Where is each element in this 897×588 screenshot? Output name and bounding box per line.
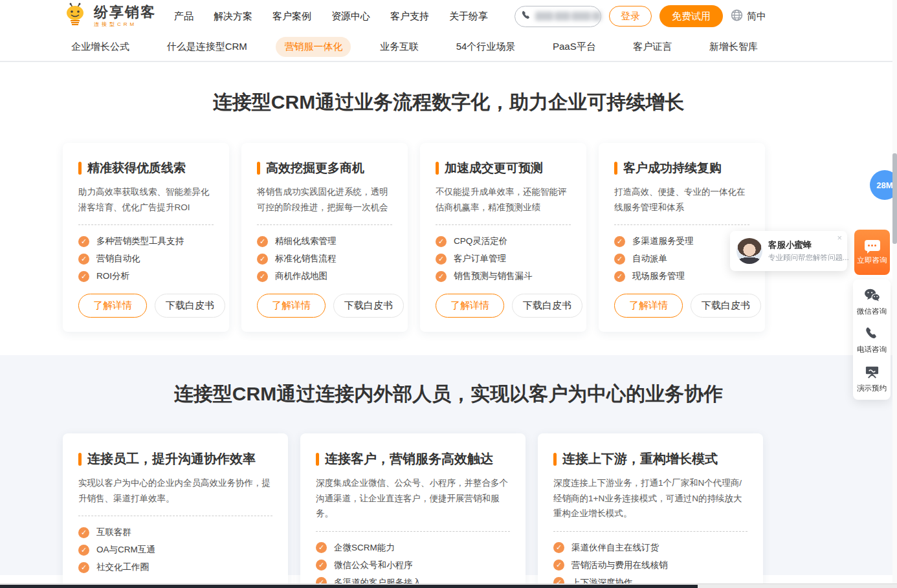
list-item: ✓自动派单: [614, 253, 749, 265]
check-icon: ✓: [78, 562, 89, 573]
consult-label: 立即咨询: [858, 256, 887, 265]
dashed-divider: [78, 224, 214, 225]
download-whitepaper-button[interactable]: 下载白皮书: [333, 294, 404, 318]
check-icon: ✓: [78, 545, 89, 556]
contact-side-panel: 微信咨询 电话咨询 演示预约: [853, 279, 891, 400]
list-item: ✓企微SCRM能力: [316, 542, 510, 554]
bullet-list: ✓渠道伙伴自主在线订货 ✓营销活动与费用在线核销 ✓上下游深度协作: [553, 542, 748, 588]
list-item: ✓现场服务管理: [614, 270, 749, 282]
card-buttons: 了解详情 下载白皮书: [257, 294, 404, 318]
title-bar-icon: [436, 162, 439, 175]
wechat-consult-button[interactable]: 微信咨询: [857, 289, 887, 316]
subnav-what-is-crm[interactable]: 什么是连接型CRM: [159, 37, 256, 57]
check-icon: ✓: [316, 560, 327, 571]
list-item: ✓互联客群: [78, 527, 272, 538]
close-icon[interactable]: ×: [837, 233, 842, 243]
phone-number-blurred: [535, 12, 601, 21]
agent-avatar: [736, 238, 762, 264]
phone-icon: [865, 327, 879, 340]
consult-now-button[interactable]: 立即咨询: [854, 230, 890, 275]
subnav-business-connect[interactable]: 业务互联: [371, 37, 427, 57]
nav-item-cases[interactable]: 客户案例: [272, 10, 311, 23]
chat-popup[interactable]: 客服小蜜蜂 专业顾问帮您解答问题... ×: [730, 231, 847, 271]
section1-cards: 精准获得优质线索 助力高效率获取线索、智能差异化潜客培育、优化广告提升ROI ✓…: [63, 143, 766, 332]
bullet-list: ✓多渠道服务受理 ✓自动派单 ✓现场服务管理: [614, 235, 749, 282]
list-item: ✓标准化销售流程: [257, 253, 392, 265]
nav-item-support[interactable]: 客户支持: [390, 10, 429, 23]
card-buttons: 了解详情 下载白皮书: [436, 294, 582, 318]
bee-logo-icon: [63, 3, 89, 30]
nav-item-solutions[interactable]: 解决方案: [214, 10, 252, 23]
vertical-scrollbar-thumb[interactable]: [892, 153, 897, 244]
navbar-right: 登录 免费试用 简中: [515, 0, 766, 32]
check-icon: ✓: [257, 254, 268, 265]
list-item: ✓营销活动与费用在线核销: [553, 560, 748, 571]
card-connect-upstream-downstream: 连接上下游，重构增长模式 深度连接上下游业务，打通1个厂家和N个代理商/经销商的…: [538, 433, 763, 588]
free-trial-button[interactable]: 免费试用: [659, 5, 723, 27]
subnav-growth-formula[interactable]: 企业增长公式: [63, 37, 138, 57]
dashed-divider: [436, 224, 571, 225]
nav-item-about[interactable]: 关于纷享: [449, 10, 488, 23]
brand-name: 纷享销客: [94, 5, 156, 19]
check-icon: ✓: [614, 271, 625, 282]
detail-button[interactable]: 了解详情: [257, 294, 326, 318]
nav-item-resources[interactable]: 资源中心: [331, 10, 370, 23]
card-connect-customers: 连接客户，营销服务高效触达 深度集成企业微信、公众号、小程序，并整合多个沟通渠道…: [300, 433, 526, 588]
section1-title: 连接型CRM通过业务流程数字化，助力企业可持续增长: [0, 89, 897, 116]
side-item-label: 电话咨询: [857, 345, 887, 354]
horizontal-scrollbar-track[interactable]: [0, 583, 897, 588]
side-item-label: 微信咨询: [857, 307, 887, 316]
subnav-testimonials[interactable]: 客户证言: [625, 37, 680, 57]
card-title: 加速成交更可预测: [436, 160, 571, 177]
demo-booking-button[interactable]: 演示预约: [857, 365, 887, 393]
check-icon: ✓: [316, 542, 327, 553]
list-item: ✓商机作战地图: [257, 270, 392, 282]
card-title: 连接客户，营销服务高效触达: [316, 450, 510, 468]
list-item: ✓渠道伙伴自主在线订货: [553, 542, 748, 554]
list-item: ✓多渠道服务受理: [614, 235, 749, 247]
detail-button[interactable]: 了解详情: [614, 294, 683, 318]
title-bar-icon: [553, 453, 557, 466]
title-bar-icon: [614, 162, 617, 175]
subnav-paas-platform[interactable]: PaaS平台: [544, 37, 604, 57]
title-bar-icon: [78, 453, 82, 466]
card-desc: 打造高效、便捷、专业的一体化在线服务管理和体系: [614, 184, 749, 215]
login-button[interactable]: 登录: [609, 6, 652, 27]
list-item: ✓营销自动化: [78, 253, 214, 265]
phone-number-pill[interactable]: [515, 6, 601, 27]
list-item: ✓精细化线索管理: [257, 235, 392, 247]
brand-logo[interactable]: 纷享销客 连接型CRM: [63, 3, 156, 30]
phone-icon: [522, 10, 531, 23]
horizontal-scrollbar-thumb[interactable]: [0, 585, 698, 588]
card-opportunities: 高效挖掘更多商机 将销售成功实践固化进系统，透明可控的阶段推进，把握每一次机会 …: [241, 143, 408, 332]
title-bar-icon: [257, 162, 260, 175]
download-whitepaper-button[interactable]: 下载白皮书: [512, 294, 582, 318]
vertical-scrollbar-track[interactable]: [892, 0, 897, 588]
globe-icon: [731, 9, 743, 24]
card-desc: 深度连接上下游业务，打通1个厂家和N个代理商/经销商的1+N业务连接模式，可通过…: [553, 475, 748, 521]
detail-button[interactable]: 了解详情: [78, 294, 147, 318]
nav-item-products[interactable]: 产品: [174, 10, 194, 23]
wechat-icon: [864, 289, 880, 302]
detail-button[interactable]: 了解详情: [436, 294, 504, 318]
card-desc: 实现以客户为中心的企业内全员高效业务协作，提升销售、渠道打单效率。: [78, 475, 272, 506]
phone-consult-button[interactable]: 电话咨询: [857, 327, 887, 354]
download-whitepaper-button[interactable]: 下载白皮书: [155, 294, 225, 318]
check-icon: ✓: [257, 271, 268, 282]
subnav-marketing-sales-service[interactable]: 营销服一体化: [276, 37, 351, 57]
card-leads: 精准获得优质线索 助力高效率获取线索、智能差异化潜客培育、优化广告提升ROI ✓…: [63, 143, 229, 332]
list-item: ✓CPQ灵活定价: [436, 235, 571, 247]
check-icon: ✓: [78, 527, 89, 538]
bullet-list: ✓互联客群 ✓OA与CRM互通 ✓社交化工作圈: [78, 527, 272, 573]
subnav-growth-library[interactable]: 新增长智库: [701, 37, 766, 57]
dashed-divider: [257, 224, 392, 225]
language-switcher[interactable]: 简中: [731, 9, 766, 24]
list-item: ✓多种营销类型工具支持: [78, 235, 214, 247]
bullet-list: ✓精细化线索管理 ✓标准化销售流程 ✓商机作战地图: [257, 235, 392, 282]
main-menu: 产品 解决方案 客户案例 资源中心 客户支持 关于纷享: [174, 10, 488, 23]
dashed-divider: [553, 531, 748, 532]
download-whitepaper-button[interactable]: 下载白皮书: [691, 294, 761, 318]
card-desc: 将销售成功实践固化进系统，透明可控的阶段推进，把握每一次机会: [257, 184, 392, 215]
subnav-industry-scenarios[interactable]: 54个行业场景: [448, 37, 524, 57]
check-icon: ✓: [614, 236, 625, 247]
